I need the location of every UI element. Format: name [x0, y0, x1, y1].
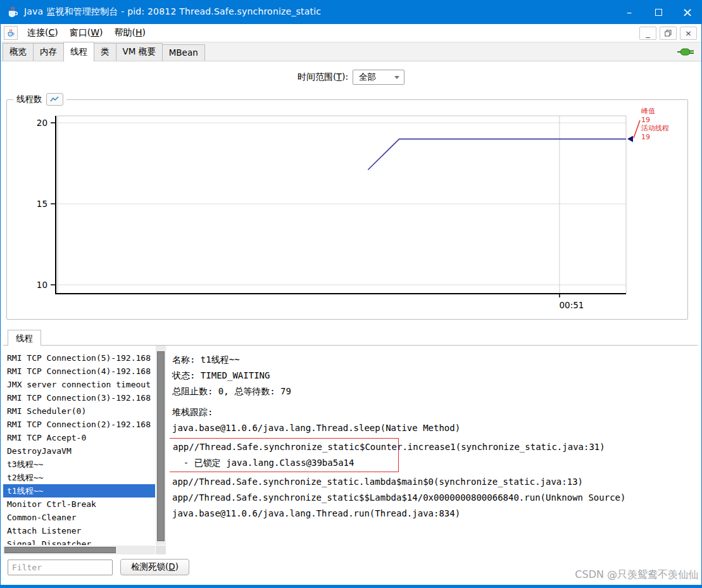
scrollbar-corner	[156, 546, 166, 554]
detect-deadlock-button[interactable]: 检测死锁(D)	[120, 559, 189, 575]
chevron-down-icon	[394, 76, 399, 79]
filter-input[interactable]	[8, 560, 113, 575]
main-tab[interactable]: VM 概要	[116, 43, 163, 61]
frame-java-icon	[4, 26, 18, 40]
inner-close-button[interactable]: ×	[680, 27, 697, 40]
thread-list-item[interactable]: RMI TCP Connection(3)-192.168	[3, 391, 155, 404]
thread-list-item[interactable]: Common-Cleaner	[3, 511, 155, 524]
stack-trace-line: java.base@11.0.6/java.lang.Thread.run(Th…	[172, 506, 691, 522]
chart-title-row: 线程数	[13, 93, 66, 106]
thread-details-pane: 名称: t1线程~~ 状态: TIMED_WAITING 总阻止数: 0, 总等…	[170, 346, 691, 556]
thread-list-item[interactable]: RMI Scheduler(0)	[3, 404, 155, 418]
menu-item[interactable]: 窗口(W)	[64, 25, 109, 41]
main-tab[interactable]: MBean	[162, 44, 205, 61]
thread-list-item[interactable]: t3线程~~	[3, 458, 155, 471]
java-cup-icon	[6, 6, 19, 18]
thread-name-value: t1线程~~	[201, 354, 240, 365]
maximize-button[interactable]	[644, 0, 673, 24]
restore-icon	[665, 30, 672, 37]
stack-trace-line: java.base@11.0.6/java.lang.Thread.sleep(…	[172, 420, 691, 436]
chart-legend: 峰值 19 活动线程 19	[641, 107, 669, 141]
thread-list-item[interactable]: DestroyJavaVM	[3, 444, 155, 458]
menu-item[interactable]: 帮助(H)	[109, 25, 151, 41]
title-bar: Java 监视和管理控制台 - pid: 20812 Thread.Safe.s…	[0, 0, 702, 24]
chart-title: 线程数	[16, 94, 42, 105]
legend-active-value: 19	[641, 133, 669, 142]
connection-status-icon	[677, 47, 694, 59]
stack-trace-line: app//Thread.Safe.synchronize_static$Coun…	[173, 439, 396, 455]
stack-trace-header: 堆栈跟踪:	[172, 404, 691, 420]
time-range-row: 时间范围(T): 全部	[0, 70, 702, 85]
window-controls: – ×	[615, 0, 702, 24]
horizontal-scrollbar-thumb[interactable]	[4, 547, 116, 553]
inner-restore-button[interactable]	[660, 27, 677, 40]
thread-list: RMI TCP Connection(5)-192.168RMI TCP Con…	[3, 346, 166, 554]
mini-chart-icon	[50, 96, 59, 103]
inner-minimize-button[interactable]: _	[639, 27, 656, 40]
window-title: Java 监视和管理控制台 - pid: 20812 Thread.Safe.s…	[24, 6, 321, 18]
threads-section-divider	[3, 345, 698, 346]
window-border-left	[0, 0, 1, 588]
threads-section-tab[interactable]: 线程	[8, 330, 41, 346]
stack-highlight-box: app//Thread.Safe.synchronize_static$Coun…	[170, 438, 399, 472]
thread-totals-line: 总阻止数: 0, 总等待数: 79	[172, 384, 691, 399]
svg-text:00:51: 00:51	[559, 300, 584, 310]
thread-list-item[interactable]: Signal Dispatcher	[3, 537, 155, 545]
svg-text:20: 20	[37, 118, 47, 128]
legend-peak-label: 峰值	[641, 107, 669, 116]
thread-list-item[interactable]: RMI TCP Accept-0	[3, 431, 155, 444]
chart-options-button[interactable]	[46, 93, 63, 106]
stack-trace-line: app//Thread.Safe.synchronize_static.lamb…	[172, 474, 691, 490]
horizontal-scrollbar[interactable]	[3, 546, 155, 554]
svg-text:10: 10	[37, 280, 47, 290]
time-range-value: 全部	[359, 72, 376, 83]
main-tab[interactable]: 线程	[63, 42, 94, 61]
vertical-scrollbar-thumb[interactable]	[157, 351, 165, 541]
thread-count-chart: 00:51101520	[7, 106, 687, 315]
thread-list-item[interactable]: t1线程~~	[3, 484, 155, 497]
menu-item[interactable]: 连接(C)	[22, 25, 64, 41]
menu-items: 连接(C)窗口(W)帮助(H)	[22, 25, 151, 41]
thread-state-value: TIMED_WAITING	[201, 370, 270, 380]
details-spacer	[172, 399, 691, 404]
time-range-label: 时间范围(T):	[298, 72, 348, 83]
window-border-bottom	[0, 585, 702, 588]
vertical-scrollbar[interactable]	[156, 346, 166, 545]
legend-active-label: 活动线程	[641, 124, 669, 133]
thread-name-label: 名称:	[172, 354, 201, 365]
thread-list-item[interactable]: Monitor Ctrl-Break	[3, 497, 155, 511]
thread-list-viewport: RMI TCP Connection(5)-192.168RMI TCP Con…	[3, 346, 155, 545]
watermark-text: CSDN @只羡鸳鸯不羡仙仙	[575, 568, 698, 582]
thread-list-item[interactable]: Attach Listener	[3, 524, 155, 537]
tab-bar-tabs: 概览内存线程类VM 概要MBean	[0, 42, 702, 61]
stack-trace-lines: java.base@11.0.6/java.lang.Thread.sleep(…	[172, 420, 691, 522]
thread-list-item[interactable]: JMX server connection timeout	[3, 378, 155, 391]
time-range-select[interactable]: 全部	[353, 70, 404, 85]
svg-text:15: 15	[37, 199, 47, 209]
thread-state-label: 状态:	[172, 370, 201, 380]
thread-name-line: 名称: t1线程~~	[172, 352, 691, 368]
menu-bar: 连接(C)窗口(W)帮助(H) _ ×	[0, 24, 702, 42]
maximize-icon	[655, 9, 662, 16]
close-button[interactable]: ×	[673, 0, 702, 24]
thread-count-chart-box: 线程数 00:51101520 峰值 19 活动线程 19	[6, 99, 688, 320]
minimize-button[interactable]: –	[615, 0, 644, 24]
main-tab[interactable]: 内存	[33, 43, 64, 61]
legend-peak-value: 19	[641, 116, 669, 125]
main-tab[interactable]: 类	[94, 43, 116, 61]
stack-trace-line: - 已锁定 java.lang.Class@39ba5a14	[173, 455, 396, 471]
inner-frame-controls: _ ×	[639, 27, 697, 40]
main-tab-bar: 概览内存线程类VM 概要MBean	[0, 42, 702, 61]
thread-list-item[interactable]: RMI TCP Connection(5)-192.168	[3, 351, 155, 365]
thread-list-item[interactable]: RMI TCP Connection(2)-192.168	[3, 418, 155, 431]
thread-list-item[interactable]: RMI TCP Connection(4)-192.168	[3, 365, 155, 378]
thread-state-line: 状态: TIMED_WAITING	[172, 368, 691, 384]
stack-trace-line: app//Thread.Safe.synchronize_static$$Lam…	[172, 490, 691, 506]
thread-list-item[interactable]: t2线程~~	[3, 471, 155, 484]
main-tab[interactable]: 概览	[3, 43, 34, 61]
